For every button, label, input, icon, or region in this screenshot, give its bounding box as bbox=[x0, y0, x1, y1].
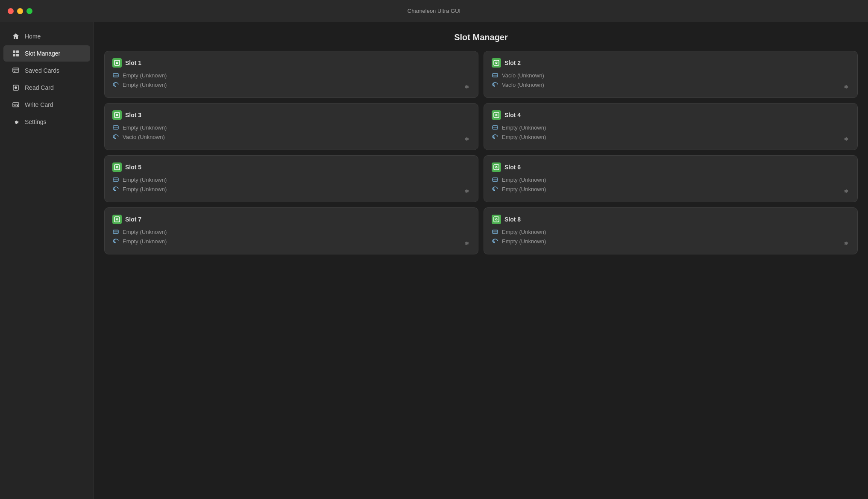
page-title: Slot Manager bbox=[104, 32, 858, 42]
slot-card-3[interactable]: Slot 3 Empty (Unknown) Vacío (Unknown) bbox=[104, 103, 478, 150]
minimize-button[interactable] bbox=[17, 8, 23, 14]
slot-lf-row-7: Empty (Unknown) bbox=[112, 238, 470, 245]
slot-card-5[interactable]: Slot 5 Empty (Unknown) Empty (Unknown) bbox=[104, 155, 478, 202]
hf-icon-4 bbox=[492, 124, 499, 131]
lf-icon-8 bbox=[492, 238, 499, 245]
slot-hf-row-1: Empty (Unknown) bbox=[112, 72, 470, 79]
slots-icon bbox=[12, 50, 20, 57]
slot-settings-button-8[interactable] bbox=[840, 238, 850, 248]
hf-icon-3 bbox=[112, 124, 119, 131]
hf-icon-6 bbox=[492, 176, 499, 183]
slot-icon-7 bbox=[112, 215, 122, 224]
slot-icon-3 bbox=[112, 110, 122, 120]
svg-rect-21 bbox=[493, 75, 498, 76]
sidebar-label-write-card: Write Card bbox=[25, 101, 53, 108]
slot-name-2: Slot 2 bbox=[492, 58, 850, 68]
slot-lf-row-4: Empty (Unknown) bbox=[492, 133, 850, 140]
hf-icon-8 bbox=[492, 228, 499, 235]
slot-hf-row-4: Empty (Unknown) bbox=[492, 124, 850, 131]
slot-settings-button-4[interactable] bbox=[840, 133, 850, 144]
svg-point-49 bbox=[496, 219, 497, 220]
svg-rect-36 bbox=[113, 179, 118, 180]
slot-card-1[interactable]: Slot 1 Empty (Unknown) Empty (Unknown) bbox=[104, 51, 478, 98]
slot-name-3: Slot 3 bbox=[112, 110, 470, 120]
slot-card-2[interactable]: Slot 2 Vacío (Unknown) Vacío (Unknown) bbox=[484, 51, 858, 98]
slot-name-7: Slot 7 bbox=[112, 215, 470, 224]
close-button[interactable] bbox=[8, 8, 14, 14]
hf-icon-1 bbox=[112, 72, 119, 79]
svg-point-7 bbox=[15, 87, 16, 88]
svg-rect-5 bbox=[13, 69, 19, 71]
slot-name-1: Slot 1 bbox=[112, 58, 470, 68]
slot-hf-row-2: Vacío (Unknown) bbox=[492, 72, 850, 79]
svg-point-29 bbox=[496, 115, 497, 115]
window-controls bbox=[8, 8, 32, 14]
sidebar-item-settings[interactable]: Settings bbox=[3, 114, 90, 130]
maximize-button[interactable] bbox=[26, 8, 32, 14]
slot-lf-row-6: Empty (Unknown) bbox=[492, 186, 850, 192]
slot-name-5: Slot 5 bbox=[112, 162, 470, 172]
hf-icon-5 bbox=[112, 176, 119, 183]
slot-hf-row-6: Empty (Unknown) bbox=[492, 176, 850, 183]
slot-icon-4 bbox=[492, 110, 501, 120]
svg-rect-6 bbox=[14, 71, 15, 72]
slot-settings-button-1[interactable] bbox=[461, 81, 471, 92]
lf-icon-5 bbox=[112, 186, 119, 192]
window-title: Chameleon Ultra GUI bbox=[408, 8, 460, 14]
svg-point-34 bbox=[117, 167, 117, 168]
slot-card-8[interactable]: Slot 8 Empty (Unknown) Empty (Unknown) bbox=[484, 207, 858, 254]
slot-settings-button-5[interactable] bbox=[461, 186, 471, 196]
slot-card-6[interactable]: Slot 6 Empty (Unknown) Empty (Unknown) bbox=[484, 155, 858, 202]
slot-lf-row-3: Vacío (Unknown) bbox=[112, 133, 470, 140]
slot-icon-5 bbox=[112, 162, 122, 172]
slots-grid: Slot 1 Empty (Unknown) Empty (Unknown) bbox=[104, 51, 858, 254]
sidebar-label-home: Home bbox=[25, 33, 41, 40]
svg-point-44 bbox=[117, 219, 117, 220]
lf-icon-7 bbox=[112, 238, 119, 245]
svg-rect-26 bbox=[113, 127, 118, 128]
lf-icon-2 bbox=[492, 81, 499, 88]
svg-rect-41 bbox=[493, 179, 498, 180]
slot-name-8: Slot 8 bbox=[492, 215, 850, 224]
lf-icon-6 bbox=[492, 186, 499, 192]
sidebar-item-home[interactable]: Home bbox=[3, 28, 90, 44]
lf-icon-1 bbox=[112, 81, 119, 88]
slot-lf-row-2: Vacío (Unknown) bbox=[492, 81, 850, 88]
sidebar-label-slot-manager: Slot Manager bbox=[25, 50, 60, 57]
svg-point-39 bbox=[496, 167, 497, 168]
sidebar-item-slot-manager[interactable]: Slot Manager bbox=[3, 45, 90, 62]
sidebar-item-saved-cards[interactable]: Saved Cards bbox=[3, 62, 90, 79]
sidebar-item-write-card[interactable]: Write Card bbox=[3, 97, 90, 113]
svg-point-24 bbox=[117, 115, 117, 115]
slot-icon-1 bbox=[112, 58, 122, 68]
sidebar-label-read-card: Read Card bbox=[25, 84, 54, 91]
hf-icon-7 bbox=[112, 228, 119, 235]
lf-icon-4 bbox=[492, 133, 499, 140]
hf-icon-2 bbox=[492, 72, 499, 79]
sidebar-item-read-card[interactable]: Read Card bbox=[3, 80, 90, 96]
sidebar-label-saved-cards: Saved Cards bbox=[25, 67, 59, 74]
slot-hf-row-7: Empty (Unknown) bbox=[112, 228, 470, 235]
slot-hf-row-5: Empty (Unknown) bbox=[112, 176, 470, 183]
svg-rect-16 bbox=[113, 75, 118, 76]
svg-rect-31 bbox=[493, 127, 498, 128]
slot-settings-button-2[interactable] bbox=[840, 81, 850, 92]
slot-card-7[interactable]: Slot 7 Empty (Unknown) Empty (Unknown) bbox=[104, 207, 478, 254]
slot-card-4[interactable]: Slot 4 Empty (Unknown) Empty (Unknown) bbox=[484, 103, 858, 150]
svg-rect-1 bbox=[16, 50, 19, 53]
slot-settings-button-6[interactable] bbox=[840, 186, 850, 196]
svg-rect-46 bbox=[113, 231, 118, 233]
read-card-icon bbox=[12, 84, 20, 92]
slot-icon-6 bbox=[492, 162, 501, 172]
slot-settings-button-3[interactable] bbox=[461, 133, 471, 144]
svg-rect-51 bbox=[493, 231, 498, 233]
write-card-icon bbox=[12, 101, 20, 109]
main-content: Slot Manager Slot 1 Empty (Unknown) bbox=[94, 22, 868, 499]
slot-settings-button-7[interactable] bbox=[461, 238, 471, 248]
svg-rect-9 bbox=[13, 104, 19, 105]
sidebar: Home Slot Manager Saved C bbox=[0, 22, 94, 499]
slot-name-4: Slot 4 bbox=[492, 110, 850, 120]
app-body: Home Slot Manager Saved C bbox=[0, 22, 868, 499]
titlebar: Chameleon Ultra GUI bbox=[0, 0, 868, 22]
slot-icon-2 bbox=[492, 58, 501, 68]
